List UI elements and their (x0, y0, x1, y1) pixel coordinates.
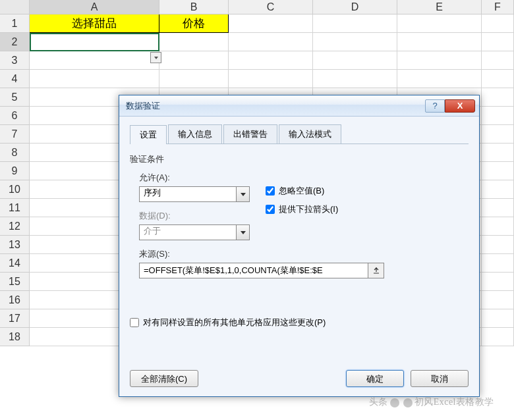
row-header-3[interactable]: 3 (0, 51, 30, 70)
select-all-corner[interactable] (0, 0, 30, 14)
dialog-tabs: 设置 输入信息 出错警告 输入法模式 (130, 124, 469, 144)
cell-f8[interactable] (482, 144, 514, 162)
row-header-17[interactable]: 17 (0, 309, 30, 328)
cell-b4[interactable] (159, 70, 229, 88)
col-header-f[interactable]: F (482, 0, 514, 14)
tab-input-message[interactable]: 输入信息 (168, 124, 222, 144)
criteria-group-label: 验证条件 (130, 153, 469, 165)
col-header-a[interactable]: A (30, 0, 159, 14)
tab-error-alert[interactable]: 出错警告 (223, 124, 277, 144)
row-header-7[interactable]: 7 (0, 125, 30, 144)
cell-f4[interactable] (482, 70, 514, 88)
cell-f16[interactable] (482, 291, 514, 309)
col-header-d[interactable]: D (313, 0, 397, 14)
apply-to-others-label: 对有同样设置的所有其他单元格应用这些更改(P) (143, 317, 326, 328)
ignore-blank-checkbox[interactable]: 忽略空值(B) (266, 185, 338, 197)
watermark: 头条初风Excel表格教学 (369, 396, 494, 408)
cell-a4[interactable] (30, 70, 159, 88)
row-header-12[interactable]: 12 (0, 217, 30, 236)
cell-c3[interactable] (229, 51, 313, 70)
row-header-6[interactable]: 6 (0, 107, 30, 125)
help-button[interactable]: ? (425, 99, 445, 113)
row-header-14[interactable]: 14 (0, 254, 30, 273)
row-header-4[interactable]: 4 (0, 70, 30, 88)
cell-a1[interactable]: 选择甜品 (30, 14, 159, 33)
col-header-b[interactable]: B (159, 0, 229, 14)
cell-f11[interactable] (482, 199, 514, 217)
row-header-15[interactable]: 15 (0, 273, 30, 291)
apply-to-others-input[interactable] (130, 318, 139, 327)
cell-b1[interactable]: 价格 (159, 14, 229, 33)
dialog-title: 数据验证 (126, 100, 425, 112)
collapse-icon (372, 267, 380, 275)
close-button[interactable]: X (445, 99, 475, 113)
row-header-1[interactable]: 1 (0, 14, 30, 33)
cell-d2[interactable] (313, 33, 397, 51)
cell-e3[interactable] (397, 51, 482, 70)
cell-f2[interactable] (482, 33, 514, 51)
ok-button[interactable]: 确定 (346, 370, 404, 387)
apply-to-others-checkbox[interactable]: 对有同样设置的所有其他单元格应用这些更改(P) (130, 317, 469, 328)
data-combo-arrow (237, 224, 250, 240)
source-input[interactable] (139, 263, 368, 278)
data-label: 数据(D): (139, 210, 250, 222)
row-header-11[interactable]: 11 (0, 199, 30, 217)
ignore-blank-label: 忽略空值(B) (279, 185, 324, 197)
cell-f14[interactable] (482, 254, 514, 273)
cell-c1[interactable] (229, 14, 313, 33)
allow-label: 允许(A): (139, 172, 250, 184)
data-combo: 介于 (139, 224, 237, 240)
row-header-8[interactable]: 8 (0, 144, 30, 162)
row-header-9[interactable]: 9 (0, 162, 30, 180)
tab-settings[interactable]: 设置 (130, 125, 167, 144)
cell-f9[interactable] (482, 162, 514, 180)
cell-e2[interactable] (397, 33, 482, 51)
cell-e1[interactable] (397, 14, 482, 33)
cell-f15[interactable] (482, 273, 514, 291)
cell-f6[interactable] (482, 107, 514, 125)
col-header-e[interactable]: E (397, 0, 482, 14)
row-header-16[interactable]: 16 (0, 291, 30, 309)
row-header-5[interactable]: 5 (0, 88, 30, 107)
tab-ime-mode[interactable]: 输入法模式 (279, 124, 341, 144)
cell-b3[interactable] (159, 51, 229, 70)
cell-dropdown-icon[interactable] (150, 52, 161, 63)
cell-f3[interactable] (482, 51, 514, 70)
source-label: 来源(S): (139, 248, 469, 260)
cell-f7[interactable] (482, 125, 514, 144)
col-header-c[interactable]: C (229, 0, 313, 14)
clear-all-button[interactable]: 全部清除(C) (130, 370, 198, 387)
cell-f12[interactable] (482, 217, 514, 236)
cell-c2[interactable] (229, 33, 313, 51)
cell-d4[interactable] (313, 70, 397, 88)
cell-a2[interactable] (30, 33, 159, 51)
cell-e4[interactable] (397, 70, 482, 88)
cell-a3[interactable] (30, 51, 159, 70)
ignore-blank-input[interactable] (266, 186, 275, 196)
cell-b2[interactable] (159, 33, 229, 51)
cell-f10[interactable] (482, 180, 514, 199)
range-selector-button[interactable] (368, 263, 384, 278)
cell-d3[interactable] (313, 51, 397, 70)
cell-f1[interactable] (482, 14, 514, 33)
incell-dropdown-checkbox[interactable]: 提供下拉箭头(I) (266, 203, 338, 215)
row-header-18[interactable]: 18 (0, 328, 30, 346)
cell-f13[interactable] (482, 236, 514, 254)
incell-dropdown-input[interactable] (266, 205, 275, 214)
row-header-10[interactable]: 10 (0, 180, 30, 199)
data-validation-dialog: 数据验证 ? X 设置 输入信息 出错警告 输入法模式 验证条件 允许(A): … (119, 95, 480, 397)
dialog-titlebar: 数据验证 ? X (119, 95, 479, 117)
cell-c4[interactable] (229, 70, 313, 88)
allow-combo-arrow[interactable] (237, 186, 250, 202)
cell-f18[interactable] (482, 328, 514, 346)
cell-d1[interactable] (313, 14, 397, 33)
incell-dropdown-label: 提供下拉箭头(I) (279, 203, 338, 215)
cancel-button[interactable]: 取消 (411, 370, 469, 387)
cell-f5[interactable] (482, 88, 514, 107)
row-header-2[interactable]: 2 (0, 33, 30, 51)
cell-f17[interactable] (482, 309, 514, 328)
allow-combo[interactable]: 序列 (139, 186, 237, 202)
row-header-13[interactable]: 13 (0, 236, 30, 254)
